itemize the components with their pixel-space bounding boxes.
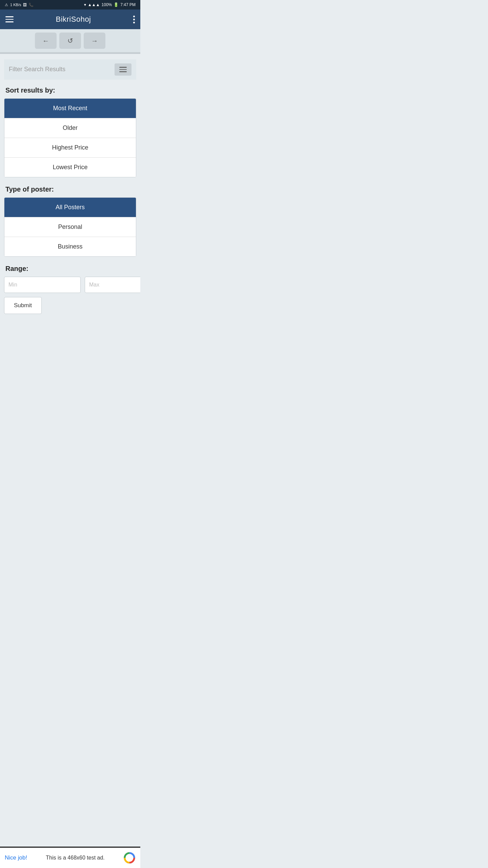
max-price-input[interactable] [85,277,140,293]
filter-line-1 [119,67,127,68]
poster-option-business[interactable]: Business [4,237,136,256]
main-content: Filter Search Results Sort results by: M… [0,54,140,321]
submit-button[interactable]: Submit [4,297,42,314]
toolbar: BikriSohoj [0,9,140,29]
dot-1 [133,16,135,17]
filter-menu-button[interactable] [115,63,131,76]
forward-button[interactable]: → [84,33,105,49]
filter-line-2 [119,69,127,70]
battery-icon: 🔋 [114,2,119,7]
battery-level: 100% [102,2,112,7]
hamburger-menu-button[interactable] [5,16,14,22]
warning-icon: ⚠ [5,3,8,7]
app-title: BikriSohoj [56,15,91,24]
signal-icon: ▲▲▲ [88,2,100,7]
hamburger-line-3 [5,21,14,22]
hamburger-line-2 [5,19,14,20]
range-inputs [4,277,136,293]
image-icon: 🖼 [23,3,27,7]
range-label: Range: [5,265,135,273]
wifi-icon: ▾ [84,2,86,7]
sort-options-list: Most Recent Older Highest Price Lowest P… [4,98,136,177]
filter-search-results-label: Filter Search Results [9,66,65,73]
sort-option-highest-price[interactable]: Highest Price [4,138,136,158]
dot-3 [133,22,135,23]
filter-line-3 [119,71,127,72]
sort-label: Sort results by: [5,86,135,94]
sort-section: Sort results by: Most Recent Older Highe… [4,86,136,177]
status-right: ▾ ▲▲▲ 100% 🔋 7:47 PM [84,2,136,7]
back-button[interactable]: ← [35,33,57,49]
poster-options-list: All Posters Personal Business [4,197,136,257]
poster-type-section: Type of poster: All Posters Personal Bus… [4,185,136,257]
sort-option-lowest-price[interactable]: Lowest Price [4,158,136,177]
filter-header: Filter Search Results [4,59,136,80]
browser-nav-bar: ← ↺ → [0,29,140,53]
hamburger-line-1 [5,16,14,17]
poster-option-personal[interactable]: Personal [4,217,136,237]
status-left: ⚠ 1 KB/s 🖼 📞 [5,3,34,7]
poster-type-label: Type of poster: [5,185,135,193]
sort-option-older[interactable]: Older [4,118,136,138]
phone-icon: 📞 [29,3,34,7]
more-options-button[interactable] [133,16,135,23]
range-section: Range: Submit [4,265,136,314]
sort-option-most-recent[interactable]: Most Recent [4,99,136,118]
poster-option-all[interactable]: All Posters [4,198,136,217]
min-price-input[interactable] [4,277,81,293]
status-bar: ⚠ 1 KB/s 🖼 📞 ▾ ▲▲▲ 100% 🔋 7:47 PM [0,0,140,9]
data-speed: 1 KB/s [10,3,21,7]
dot-2 [133,19,135,20]
reload-button[interactable]: ↺ [59,33,81,49]
clock: 7:47 PM [120,2,136,7]
